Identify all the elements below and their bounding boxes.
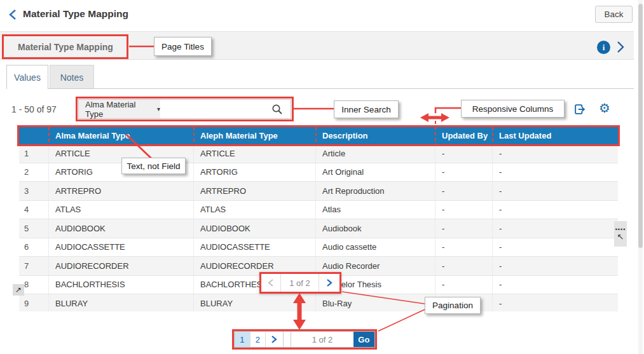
chevron-right-icon xyxy=(326,278,332,287)
cell-num: 3 xyxy=(19,182,49,200)
cell-desc: Atlas xyxy=(316,201,435,219)
cell-alma: BLURAY xyxy=(49,294,194,311)
pager-spacer xyxy=(283,332,291,347)
next-page-button[interactable] xyxy=(265,332,283,347)
cell-updated_by: - xyxy=(435,163,493,182)
chevron-right-icon xyxy=(271,335,277,344)
drag-dots-icon[interactable]: •••• xyxy=(615,228,626,231)
callout-inner-search: Inner Search xyxy=(334,100,399,118)
cell-alma: ATLAS xyxy=(49,201,194,219)
floating-pager: 1 of 2 xyxy=(261,274,339,292)
cell-last_updated: - xyxy=(493,182,618,200)
table-row[interactable]: 9BLURAYBLURAYBlu-Ray-- xyxy=(19,294,618,311)
cell-last_updated: - xyxy=(493,163,618,182)
callout-responsive-columns: Responsive Columns xyxy=(461,100,565,118)
page-button-1[interactable]: 1 xyxy=(235,332,250,347)
go-button[interactable]: Go xyxy=(353,332,374,347)
cell-aleph: AUDIOCASSETTE xyxy=(194,238,316,257)
cell-updated_by: - xyxy=(435,257,493,275)
cell-updated_by: - xyxy=(435,182,493,200)
page-button-2[interactable]: 2 xyxy=(250,332,266,347)
table-row[interactable]: 1ARTICLEARTICLEArticle-- xyxy=(19,144,618,163)
scrollbar-thumb[interactable] xyxy=(638,4,643,248)
cell-desc: Blu-Ray xyxy=(316,294,435,311)
annotation-box-bottom-pager: 1 2 1 of 2 Go xyxy=(232,329,377,350)
table-row[interactable]: 3ARTREPROARTREPROArt Reproduction-- xyxy=(19,182,618,201)
cell-updated_by: - xyxy=(435,238,493,257)
material-type-mapping-page: Material Type Mapping Back Material Type… xyxy=(0,0,644,354)
cell-desc: Audiobook xyxy=(316,219,435,238)
cell-aleph: AUDIOBOOK xyxy=(194,219,316,238)
annotation-line-responsive-columns xyxy=(435,108,461,113)
table-row[interactable]: 2ARTORIGARTORIGArt Original-- xyxy=(19,163,618,182)
cell-last_updated: - xyxy=(493,257,618,275)
tab-values[interactable]: Values xyxy=(6,65,48,89)
page-jump-input[interactable]: 1 of 2 xyxy=(291,332,353,347)
cell-updated_by: - xyxy=(435,201,493,219)
cell-last_updated: - xyxy=(493,294,618,311)
cell-desc: Art Reproduction xyxy=(316,182,435,200)
cell-num: 7 xyxy=(19,257,49,275)
cell-desc: Art Original xyxy=(316,163,435,182)
cell-num: 1 xyxy=(19,144,49,163)
pager-next-button[interactable] xyxy=(319,274,339,292)
page-title: Material Type Mapping xyxy=(23,8,128,20)
cell-last_updated: - xyxy=(493,219,618,238)
cell-aleph: ARTREPRO xyxy=(194,182,316,200)
callout-text-not-field: Text, not Field xyxy=(121,158,186,174)
callout-pagination: Pagination xyxy=(425,297,481,314)
gear-icon[interactable]: ⚙ xyxy=(597,100,612,116)
annotation-line-pagination-b xyxy=(378,310,425,331)
info-icon[interactable]: i xyxy=(597,41,610,54)
cell-updated_by: - xyxy=(435,276,493,294)
search-input[interactable] xyxy=(160,99,264,119)
cell-num: 5 xyxy=(19,219,49,238)
annotation-box-table-header xyxy=(17,125,620,146)
search-icon xyxy=(271,104,283,115)
chevron-right-icon[interactable] xyxy=(615,40,626,54)
cell-alma: AUDIOBOOK xyxy=(49,219,194,238)
cell-alma: AUDIOCASSETTE xyxy=(49,238,194,257)
cell-last_updated: - xyxy=(493,144,618,163)
cell-last_updated: - xyxy=(493,276,618,294)
cell-aleph: ARTORIG xyxy=(194,163,316,182)
result-count: 1 - 50 of 97 xyxy=(11,104,57,114)
callout-page-titles: Page Titles xyxy=(154,37,212,56)
cell-aleph: ATLAS xyxy=(194,201,316,219)
export-icon[interactable] xyxy=(573,102,587,116)
table-tools-panel[interactable]: •••• ↖ xyxy=(614,221,627,247)
cell-aleph: BLURAY xyxy=(194,294,316,311)
back-icon[interactable] xyxy=(8,8,18,21)
table-row[interactable]: 5AUDIOBOOKAUDIOBOOKAudiobook-- xyxy=(19,219,618,238)
search-field-dropdown-label: Alma Material Type xyxy=(85,100,153,119)
annotation-box-page-title xyxy=(2,34,128,59)
expand-nw-icon[interactable]: ↖ xyxy=(617,233,624,241)
cell-num: 9 xyxy=(19,294,49,311)
search-button[interactable] xyxy=(263,99,291,119)
cell-desc: Audio cassette xyxy=(316,238,435,257)
cell-aleph: ARTICLE xyxy=(194,144,316,163)
back-button[interactable]: Back xyxy=(595,6,633,23)
search-field-dropdown[interactable]: Alma Material Type ▾ xyxy=(78,99,161,119)
annotation-box-floating-pager: 1 of 2 xyxy=(259,272,341,294)
cell-num: 6 xyxy=(19,238,49,257)
cell-last_updated: - xyxy=(493,201,618,219)
table-row[interactable]: 4ATLASATLASAtlas-- xyxy=(19,201,618,220)
tab-notes[interactable]: Notes xyxy=(50,65,94,89)
chevron-left-icon xyxy=(268,278,274,287)
cell-desc: Article xyxy=(316,144,435,163)
cell-last_updated: - xyxy=(493,238,618,257)
cell-num: 4 xyxy=(19,201,49,219)
expand-ne-icon[interactable]: ↗ xyxy=(13,284,24,296)
cell-updated_by: - xyxy=(435,219,493,238)
cell-alma: BACHLORTHESIS xyxy=(49,276,194,294)
table-row[interactable]: 6AUDIOCASSETTEAUDIOCASSETTEAudio cassett… xyxy=(19,238,618,257)
cell-alma: ARTREPRO xyxy=(49,182,194,200)
resize-arrow-horizontal xyxy=(420,113,449,122)
tabs-divider xyxy=(6,88,634,89)
cell-num: 2 xyxy=(19,163,49,182)
cell-updated_by: - xyxy=(435,144,493,163)
bottom-pager: 1 2 1 of 2 Go xyxy=(234,331,375,348)
pager-prev-button[interactable] xyxy=(261,274,280,292)
cell-alma: AUDIORECORDER xyxy=(49,257,194,275)
